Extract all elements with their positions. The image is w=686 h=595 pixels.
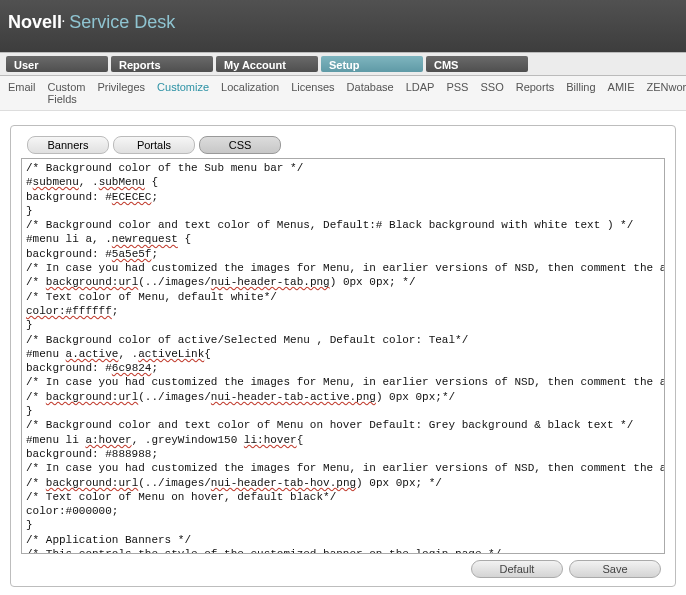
tab-portals[interactable]: Portals — [113, 136, 195, 154]
content-area: BannersPortalsCSS /* Background color of… — [0, 111, 686, 595]
subnav-item-ldap[interactable]: LDAP — [406, 81, 435, 105]
main-nav: UserReportsMy AccountSetupCMS — [0, 52, 686, 76]
sub-nav: EmailCustom FieldsPrivilegesCustomizeLoc… — [0, 76, 686, 111]
mainnav-item-reports[interactable]: Reports — [111, 56, 213, 72]
app-header: Novell. Service Desk — [0, 0, 686, 52]
tab-css[interactable]: CSS — [199, 136, 281, 154]
subnav-item-sso[interactable]: SSO — [480, 81, 503, 105]
customize-panel: BannersPortalsCSS /* Background color of… — [10, 125, 676, 587]
subnav-item-email[interactable]: Email — [8, 81, 36, 105]
mainnav-item-setup[interactable]: Setup — [321, 56, 423, 72]
subnav-item-database[interactable]: Database — [347, 81, 394, 105]
mainnav-item-cms[interactable]: CMS — [426, 56, 528, 72]
subnav-item-reports[interactable]: Reports — [516, 81, 555, 105]
tab-row: BannersPortalsCSS — [27, 136, 665, 154]
subnav-item-pss[interactable]: PSS — [446, 81, 468, 105]
css-editor[interactable]: /* Background color of the Sub menu bar … — [21, 158, 665, 554]
brand-name: Novell — [8, 12, 62, 32]
brand-dot: . — [62, 13, 65, 24]
mainnav-item-my-account[interactable]: My Account — [216, 56, 318, 72]
default-button[interactable]: Default — [471, 560, 563, 578]
tab-banners[interactable]: Banners — [27, 136, 109, 154]
subnav-item-custom-fields[interactable]: Custom Fields — [48, 81, 86, 105]
subnav-item-privileges[interactable]: Privileges — [97, 81, 145, 105]
subnav-item-customize[interactable]: Customize — [157, 81, 209, 105]
button-row: Default Save — [21, 560, 665, 578]
save-button[interactable]: Save — [569, 560, 661, 578]
subnav-item-localization[interactable]: Localization — [221, 81, 279, 105]
subnav-item-licenses[interactable]: Licenses — [291, 81, 334, 105]
subnav-item-zenworks[interactable]: ZENworks — [646, 81, 686, 105]
brand-suffix: Service Desk — [69, 12, 175, 32]
subnav-item-amie[interactable]: AMIE — [608, 81, 635, 105]
mainnav-item-user[interactable]: User — [6, 56, 108, 72]
subnav-item-billing[interactable]: Billing — [566, 81, 595, 105]
